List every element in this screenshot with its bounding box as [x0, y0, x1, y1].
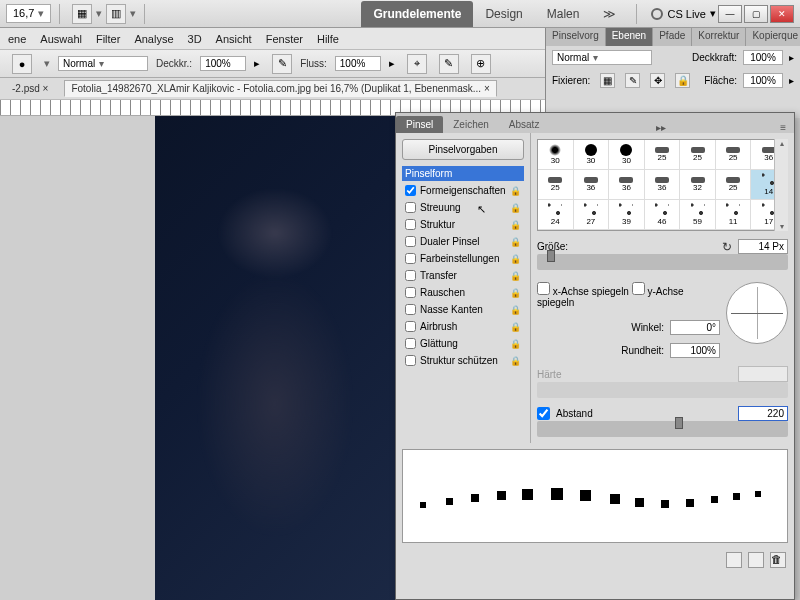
roundness-input[interactable]: 100% [670, 343, 720, 358]
brush-tip[interactable]: 11 [716, 200, 752, 230]
lock-icon[interactable]: 🔒 [510, 254, 521, 264]
lock-position-icon[interactable]: ✥ [650, 73, 665, 88]
item-struktur-schuetzen[interactable]: Struktur schützen🔒 [402, 353, 524, 368]
tab-pinsel[interactable]: Pinsel [396, 116, 443, 133]
brush-tip[interactable]: 25 [680, 140, 716, 170]
panel-collapse-icon[interactable]: ▸▸ [648, 122, 674, 133]
brush-preset-icon[interactable]: ● [12, 54, 32, 74]
tablet-opacity-icon[interactable]: ✎ [272, 54, 292, 74]
layer-blend-mode[interactable]: Normal [552, 50, 652, 65]
window-maximize[interactable]: ▢ [744, 5, 768, 23]
screen-mode-icon[interactable]: ▦ [72, 4, 92, 24]
lock-icon[interactable]: 🔒 [510, 220, 521, 230]
brush-tip[interactable]: 30 [538, 140, 574, 170]
menu-analyse[interactable]: Analyse [134, 33, 173, 45]
fill-arrow[interactable]: ▸ [789, 75, 794, 86]
brush-tip[interactable]: 27 [574, 200, 610, 230]
tab-pfade[interactable]: Pfade [653, 28, 692, 46]
spacing-input[interactable]: 220 [738, 406, 788, 421]
lock-icon[interactable]: 🔒 [510, 271, 521, 281]
chk-nasse[interactable] [405, 304, 416, 315]
lock-icon[interactable]: 🔒 [510, 288, 521, 298]
layer-opacity-input[interactable]: 100% [743, 50, 783, 65]
lock-all-icon[interactable]: 🔒 [675, 73, 690, 88]
chk-struktur[interactable] [405, 219, 416, 230]
item-pinselform[interactable]: Pinselform [402, 166, 524, 181]
tab-pinselvorgaben[interactable]: Pinselvorg [546, 28, 606, 46]
menu-auswahl[interactable]: Auswahl [40, 33, 82, 45]
chk-flip-x[interactable] [537, 282, 550, 295]
chk-streuung[interactable] [405, 202, 416, 213]
document-canvas[interactable] [155, 116, 400, 600]
new-brush-icon[interactable] [748, 552, 764, 568]
tab-kopierquelle[interactable]: Kopierque [746, 28, 800, 46]
item-nasse-kanten[interactable]: Nasse Kanten🔒 [402, 302, 524, 317]
item-airbrush[interactable]: Airbrush🔒 [402, 319, 524, 334]
size-slider[interactable] [537, 254, 788, 270]
chk-farbe[interactable] [405, 253, 416, 264]
workspace-malen[interactable]: Malen [535, 1, 592, 27]
tab-absatz[interactable]: Absatz [499, 116, 550, 133]
symmetry-icon[interactable]: ⊕ [471, 54, 491, 74]
chk-strukturschutz[interactable] [405, 355, 416, 366]
brush-tip-grid[interactable]: 30 30 30 25 25 25 36 25 36 36 36 32 25 1… [537, 139, 788, 231]
lock-icon[interactable]: 🔒 [510, 203, 521, 213]
chk-transfer[interactable] [405, 270, 416, 281]
brush-tip[interactable]: 25 [716, 140, 752, 170]
screen-mode-dropdown[interactable] [92, 7, 102, 20]
arrange-dropdown[interactable] [126, 7, 136, 20]
item-glaettung[interactable]: Glättung🔒 [402, 336, 524, 351]
brush-tip[interactable]: 32 [680, 170, 716, 200]
brush-preset-dropdown[interactable] [40, 57, 50, 70]
opacity-arrow[interactable]: ▸ [789, 52, 794, 63]
lock-pixels-icon[interactable]: ✎ [625, 73, 640, 88]
brush-tip[interactable]: 36 [609, 170, 645, 200]
chk-formeigenschaften[interactable] [405, 185, 416, 196]
lock-icon[interactable]: 🔒 [510, 186, 521, 196]
tablet-size-icon[interactable]: ✎ [439, 54, 459, 74]
brush-tip[interactable]: 36 [645, 170, 681, 200]
angle-input[interactable]: 0° [670, 320, 720, 335]
menu-ene[interactable]: ene [8, 33, 26, 45]
toggle-preview-icon[interactable] [726, 552, 742, 568]
chk-glaettung[interactable] [405, 338, 416, 349]
flow-input[interactable]: 100% [335, 56, 381, 71]
blend-mode-select[interactable]: Normal [58, 56, 148, 71]
size-input[interactable]: 14 Px [738, 239, 788, 254]
item-formeigenschaften[interactable]: Formeigenschaften🔒 [402, 183, 524, 198]
workspace-more[interactable]: ≫ [591, 1, 628, 27]
close-icon[interactable]: × [43, 83, 49, 94]
brush-tip[interactable]: 30 [609, 140, 645, 170]
lock-icon[interactable]: 🔒 [510, 339, 521, 349]
menu-ansicht[interactable]: Ansicht [216, 33, 252, 45]
menu-3d[interactable]: 3D [188, 33, 202, 45]
item-rauschen[interactable]: Rauschen🔒 [402, 285, 524, 300]
brush-tip[interactable]: 30 [574, 140, 610, 170]
item-farbeinstellungen[interactable]: Farbeinstellungen🔒 [402, 251, 524, 266]
workspace-grundelemente[interactable]: Grundelemente [361, 1, 473, 27]
workspace-design[interactable]: Design [473, 1, 534, 27]
brush-tip[interactable]: 36 [574, 170, 610, 200]
zoom-level[interactable]: 16,7 [6, 4, 51, 23]
brush-tip[interactable]: 46 [645, 200, 681, 230]
chk-rauschen[interactable] [405, 287, 416, 298]
chk-spacing[interactable] [537, 407, 550, 420]
flow-arrow[interactable]: ▸ [389, 57, 395, 70]
doc-tab-2[interactable]: Fotolia_14982670_XLAmir Kaljikovic - Fot… [64, 80, 496, 97]
brush-tip[interactable]: 39 [609, 200, 645, 230]
lock-icon[interactable]: 🔒 [510, 305, 521, 315]
chk-airbrush[interactable] [405, 321, 416, 332]
fill-input[interactable]: 100% [743, 73, 783, 88]
item-dualer-pinsel[interactable]: Dualer Pinsel🔒 [402, 234, 524, 249]
chk-dualer[interactable] [405, 236, 416, 247]
tab-ebenen[interactable]: Ebenen [606, 28, 653, 46]
tab-zeichen[interactable]: Zeichen [443, 116, 499, 133]
reset-size-icon[interactable]: ↻ [722, 240, 732, 254]
window-close[interactable]: ✕ [770, 5, 794, 23]
arrange-docs-icon[interactable]: ▥ [106, 4, 126, 24]
item-struktur[interactable]: Struktur🔒 [402, 217, 524, 232]
opacity-input[interactable]: 100% [200, 56, 246, 71]
lock-icon[interactable]: 🔒 [510, 356, 521, 366]
angle-widget[interactable] [726, 282, 788, 344]
lock-icon[interactable]: 🔒 [510, 237, 521, 247]
